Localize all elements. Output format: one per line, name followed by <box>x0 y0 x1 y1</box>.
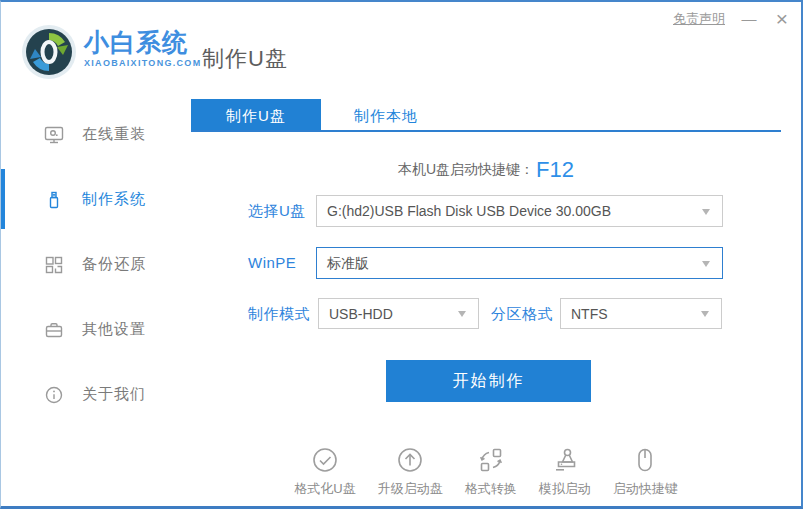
hotkey-label: 本机U盘启动快捷键： <box>398 161 534 179</box>
usb-select-dropdown[interactable]: G:(hd2)USB Flash Disk USB Device 30.00GB <box>316 195 723 227</box>
monitor-reinstall-icon <box>43 124 65 146</box>
sidebar-item-label: 制作系统 <box>82 190 146 209</box>
chevron-down-icon <box>702 209 710 215</box>
tab-make-usb[interactable]: 制作U盘 <box>191 99 321 132</box>
tool-upgrade-boot[interactable]: 升级启动盘 <box>378 445 443 498</box>
brand-domain: XIAOBAIXITONG.COM <box>84 58 201 68</box>
winpe-label: WinPE <box>248 247 296 279</box>
start-make-button[interactable]: 开始制作 <box>386 360 591 402</box>
backup-restore-icon <box>43 254 65 276</box>
titlebar: 免责声明 — × <box>673 10 791 28</box>
partition-format-label: 分区格式 <box>491 298 553 330</box>
app-window: 免责声明 — × 小白系统 XIAOBAIXITONG.COM 制作U盘 <box>0 0 803 509</box>
about-info-icon <box>43 384 65 406</box>
tool-boot-hotkey[interactable]: 启动快捷键 <box>613 445 678 498</box>
sidebar-item-label: 其他设置 <box>82 320 146 339</box>
hotkey-line: 本机U盘启动快捷键： F12 <box>191 154 781 186</box>
sidebar-item-make-system[interactable]: 制作系统 <box>1 167 181 232</box>
chevron-down-icon <box>702 261 710 267</box>
tool-label: 升级启动盘 <box>378 480 443 498</box>
simulate-boot-icon <box>550 445 580 475</box>
tool-label: 模拟启动 <box>539 480 591 498</box>
partition-format-dropdown[interactable]: NTFS <box>560 298 722 329</box>
disclaimer-link[interactable]: 免责声明 <box>673 10 725 28</box>
active-indicator-bar <box>1 169 5 229</box>
make-mode-value: USB-HDD <box>319 299 478 329</box>
chevron-down-icon <box>701 311 709 317</box>
footer-toolbar: 格式化U盘 升级启动盘 格式转换 <box>191 445 781 498</box>
upgrade-boot-icon <box>395 445 425 475</box>
make-mode-label: 制作模式 <box>248 298 310 330</box>
brand: 小白系统 XIAOBAIXITONG.COM <box>21 24 201 80</box>
tool-label: 格式转换 <box>465 480 517 498</box>
settings-case-icon <box>43 319 65 341</box>
sidebar-item-backup-restore[interactable]: 备份还原 <box>1 232 181 297</box>
usb-select-value: G:(hd2)USB Flash Disk USB Device 30.00GB <box>317 196 722 226</box>
format-convert-icon <box>476 445 506 475</box>
boot-hotkey-icon <box>630 445 660 475</box>
winpe-dropdown[interactable]: 标准版 <box>316 247 723 279</box>
tool-label: 启动快捷键 <box>613 480 678 498</box>
tool-simulate-boot[interactable]: 模拟启动 <box>539 445 591 498</box>
partition-format-value: NTFS <box>561 299 721 329</box>
tool-format-convert[interactable]: 格式转换 <box>465 445 517 498</box>
brand-name: 小白系统 <box>84 28 201 56</box>
make-mode-dropdown[interactable]: USB-HDD <box>318 298 479 329</box>
sidebar-item-label: 关于我们 <box>82 385 146 404</box>
brand-logo-icon <box>21 24 77 80</box>
tool-label: 格式化U盘 <box>294 480 355 498</box>
page-title: 制作U盘 <box>202 44 288 74</box>
tab-underline <box>191 130 781 132</box>
tab-bar: 制作U盘 制作本地 <box>191 99 451 132</box>
tab-make-local[interactable]: 制作本地 <box>321 99 451 132</box>
sidebar: 在线重装 制作系统 备份还原 <box>1 102 181 427</box>
minimize-button[interactable]: — <box>741 10 757 28</box>
sidebar-item-about-us[interactable]: 关于我们 <box>1 362 181 427</box>
format-usb-icon <box>310 445 340 475</box>
usb-drive-icon <box>43 189 65 211</box>
close-button[interactable]: × <box>773 10 791 28</box>
sidebar-item-label: 在线重装 <box>82 125 146 144</box>
chevron-down-icon <box>458 311 466 317</box>
usb-select-label: 选择U盘 <box>248 195 306 227</box>
sidebar-item-label: 备份还原 <box>82 255 146 274</box>
hotkey-value: F12 <box>536 157 574 183</box>
tool-format-usb[interactable]: 格式化U盘 <box>294 445 355 498</box>
brand-text: 小白系统 XIAOBAIXITONG.COM <box>84 24 201 68</box>
sidebar-item-online-reinstall[interactable]: 在线重装 <box>1 102 181 167</box>
winpe-value: 标准版 <box>317 248 722 278</box>
sidebar-item-other-settings[interactable]: 其他设置 <box>1 297 181 362</box>
